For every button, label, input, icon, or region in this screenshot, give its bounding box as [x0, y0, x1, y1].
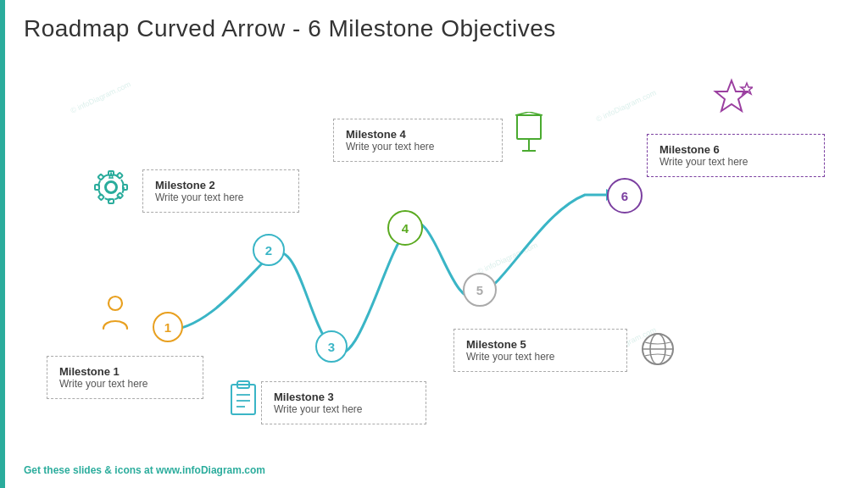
circle-1: 1 — [153, 312, 183, 342]
circle-6: 6 — [607, 178, 643, 214]
circle-3: 3 — [315, 330, 348, 363]
milestone-3-box: Milestone 3 Write your text here — [261, 381, 426, 424]
milestone-6-text: Write your text here — [659, 156, 812, 168]
watermark-1: © infoDiagram.com — [70, 80, 132, 115]
gear-icon — [92, 168, 131, 210]
svg-point-1 — [108, 297, 122, 310]
svg-marker-26 — [715, 80, 748, 111]
circle-4: 4 — [387, 210, 423, 246]
milestone-1-box: Milestone 1 Write your text here — [47, 356, 203, 399]
easel-icon — [514, 112, 544, 158]
milestone-2-title: Milestone 2 — [155, 179, 287, 191]
milestone-6-title: Milestone 6 — [659, 143, 812, 156]
road-svg — [0, 0, 868, 488]
footer-brand: infoDiagram — [182, 464, 242, 476]
svg-rect-8 — [97, 174, 103, 180]
svg-rect-7 — [123, 185, 127, 190]
milestone-5-title: Milestone 5 — [466, 338, 615, 351]
milestone-5-text: Write your text here — [466, 351, 615, 363]
footer-prefix: Get these slides & icons at www. — [24, 464, 182, 476]
circle-2: 2 — [253, 234, 285, 266]
milestone-3-title: Milestone 3 — [274, 391, 414, 403]
milestone-2-box: Milestone 2 Write your text here — [142, 169, 299, 213]
milestone-1-title: Milestone 1 — [59, 365, 191, 378]
page-title: Roadmap Curved Arrow - 6 Milestone Objec… — [24, 15, 556, 42]
page: Roadmap Curved Arrow - 6 Milestone Objec… — [0, 0, 868, 488]
milestone-4-box: Milestone 4 Write your text here — [333, 119, 503, 162]
footer: Get these slides & icons at www.infoDiag… — [24, 464, 265, 476]
star-icon — [710, 76, 753, 122]
milestone-1-text: Write your text here — [59, 378, 191, 390]
accent-bar — [0, 0, 5, 488]
milestone-4-text: Write your text here — [346, 141, 490, 152]
milestone-2-text: Write your text here — [155, 191, 287, 203]
circle-5: 5 — [463, 273, 497, 307]
milestone-6-box: Milestone 6 Write your text here — [647, 134, 825, 177]
svg-rect-10 — [98, 194, 104, 200]
svg-rect-9 — [117, 173, 123, 179]
svg-point-12 — [106, 182, 116, 192]
milestone-3-text: Write your text here — [274, 403, 414, 415]
watermark-5: © infoDiagram.com — [595, 88, 658, 124]
person-icon — [100, 295, 131, 336]
globe-icon — [639, 330, 676, 371]
footer-suffix: .com — [242, 464, 265, 476]
clipboard-icon — [229, 380, 258, 420]
svg-rect-6 — [95, 185, 99, 190]
svg-rect-18 — [517, 115, 541, 139]
svg-rect-13 — [231, 385, 255, 414]
milestone-5-box: Milestone 5 Write your text here — [453, 329, 627, 372]
svg-rect-5 — [108, 199, 114, 203]
milestone-4-title: Milestone 4 — [346, 128, 490, 141]
watermark-4: © infoDiagram.com — [476, 241, 539, 276]
